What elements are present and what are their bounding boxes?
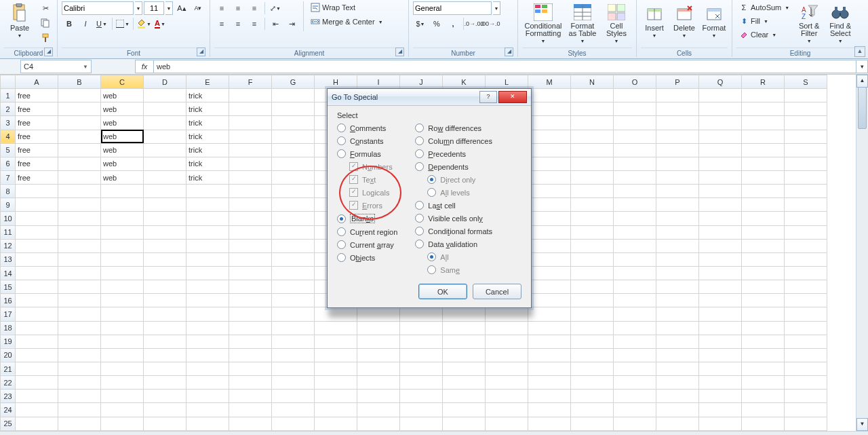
vertical-scrollbar[interactable]: ▲ ▼ xyxy=(856,75,868,431)
cell[interactable] xyxy=(144,198,186,212)
cell[interactable]: trick xyxy=(186,143,229,157)
cell[interactable] xyxy=(58,239,101,252)
option-blanks[interactable]: Blanks xyxy=(337,214,397,223)
column-header[interactable]: F xyxy=(229,75,272,89)
cell[interactable] xyxy=(785,266,827,280)
row-header[interactable]: 12 xyxy=(1,239,16,252)
column-header[interactable]: I xyxy=(357,75,400,89)
cell[interactable] xyxy=(144,417,186,430)
cell[interactable] xyxy=(315,376,357,390)
row-header[interactable]: 23 xyxy=(1,390,16,403)
option-dependents[interactable]: Dependents xyxy=(415,162,492,171)
cell[interactable] xyxy=(785,362,827,375)
cell[interactable] xyxy=(486,376,528,390)
cell[interactable] xyxy=(58,170,101,184)
cell[interactable] xyxy=(699,294,742,307)
cell[interactable] xyxy=(229,89,272,102)
cell[interactable] xyxy=(16,198,58,212)
cell[interactable] xyxy=(272,102,315,116)
cell[interactable] xyxy=(229,348,272,362)
cell[interactable] xyxy=(614,170,656,184)
increase-font-button[interactable]: A▴ xyxy=(174,1,189,15)
row-header[interactable]: 5 xyxy=(1,143,16,157)
cell[interactable] xyxy=(144,321,186,335)
scroll-down-button[interactable]: ▼ xyxy=(856,418,868,431)
row-header[interactable]: 17 xyxy=(1,307,16,321)
cell[interactable] xyxy=(272,89,315,102)
borders-button[interactable]: ▼ xyxy=(115,17,130,31)
cell[interactable] xyxy=(486,417,528,430)
cell[interactable] xyxy=(528,185,571,198)
cell[interactable] xyxy=(315,403,357,417)
cell[interactable] xyxy=(699,417,742,430)
option-comments[interactable]: Comments xyxy=(337,124,397,132)
decrease-decimal-button[interactable]: .00→.0 xyxy=(483,17,498,31)
cell[interactable] xyxy=(101,280,144,294)
cell[interactable] xyxy=(229,212,272,225)
font-size-dropdown[interactable]: ▼ xyxy=(165,1,173,15)
cell[interactable] xyxy=(144,252,186,266)
cell[interactable] xyxy=(571,362,614,375)
cell[interactable] xyxy=(699,143,742,157)
cell[interactable] xyxy=(101,252,144,266)
row-header[interactable]: 15 xyxy=(1,280,16,294)
option-cond_fmt[interactable]: Conditional formats xyxy=(415,227,492,235)
cell[interactable] xyxy=(101,198,144,212)
cell[interactable] xyxy=(16,376,58,390)
cell[interactable] xyxy=(272,294,315,307)
cell[interactable] xyxy=(699,239,742,252)
cell[interactable] xyxy=(699,390,742,403)
cell[interactable] xyxy=(742,321,785,335)
cell[interactable] xyxy=(16,212,58,225)
row-header[interactable]: 6 xyxy=(1,157,16,170)
option-visible[interactable]: Visible cells only xyxy=(415,214,492,223)
row-header[interactable]: 7 xyxy=(1,170,16,184)
cell[interactable] xyxy=(272,239,315,252)
cell[interactable] xyxy=(614,348,656,362)
cell[interactable] xyxy=(144,362,186,375)
cell[interactable] xyxy=(58,280,101,294)
cell[interactable] xyxy=(785,89,827,102)
cell[interactable] xyxy=(742,417,785,430)
cell[interactable] xyxy=(742,143,785,157)
row-header[interactable]: 13 xyxy=(1,252,16,266)
delete-button[interactable]: Delete▼ xyxy=(671,1,698,45)
cell[interactable] xyxy=(656,157,699,170)
cell[interactable] xyxy=(742,307,785,321)
cell[interactable] xyxy=(699,335,742,348)
cell[interactable] xyxy=(571,185,614,198)
cell[interactable] xyxy=(486,362,528,375)
cell[interactable] xyxy=(144,130,186,143)
wrap-text-button[interactable]: Wrap Text xyxy=(308,1,386,14)
option-precedents[interactable]: Precedents xyxy=(415,149,492,158)
cell[interactable] xyxy=(528,102,571,116)
cell[interactable] xyxy=(144,157,186,170)
cell[interactable] xyxy=(742,280,785,294)
cell[interactable] xyxy=(229,185,272,198)
column-header[interactable]: N xyxy=(571,75,614,89)
cell[interactable] xyxy=(656,403,699,417)
align-right-button[interactable]: ≡ xyxy=(247,17,262,31)
cell[interactable]: web xyxy=(101,143,144,157)
cell[interactable] xyxy=(272,116,315,130)
cell[interactable] xyxy=(144,266,186,280)
scroll-thumb[interactable] xyxy=(858,87,867,129)
cell[interactable] xyxy=(272,403,315,417)
cell[interactable] xyxy=(272,417,315,430)
decrease-font-button[interactable]: A▾ xyxy=(191,1,205,15)
option-formulas[interactable]: Formulas xyxy=(337,149,397,158)
cell[interactable] xyxy=(699,362,742,375)
cell[interactable] xyxy=(58,130,101,143)
cell[interactable] xyxy=(58,143,101,157)
cell[interactable] xyxy=(785,321,827,335)
cell[interactable] xyxy=(742,130,785,143)
cell[interactable] xyxy=(614,225,656,239)
cell[interactable] xyxy=(272,362,315,375)
cell[interactable] xyxy=(656,376,699,390)
cell[interactable] xyxy=(742,198,785,212)
cell[interactable] xyxy=(656,198,699,212)
cell[interactable] xyxy=(357,390,400,403)
accounting-button[interactable]: $▼ xyxy=(413,17,428,31)
cell[interactable] xyxy=(656,212,699,225)
cell[interactable] xyxy=(443,403,486,417)
